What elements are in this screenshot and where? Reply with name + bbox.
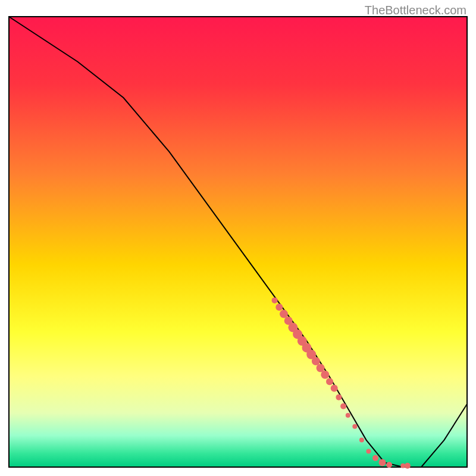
data-marker [372, 455, 378, 461]
data-marker [317, 364, 325, 372]
data-marker [312, 357, 320, 365]
chart-container: TheBottleneck.com [0, 0, 476, 476]
data-marker [352, 424, 357, 429]
data-marker [275, 303, 283, 311]
data-marker [272, 298, 278, 303]
data-marker [326, 378, 333, 385]
data-marker [321, 371, 329, 379]
data-marker [366, 449, 371, 454]
plot-background [9, 17, 467, 467]
data-marker [379, 459, 386, 466]
data-marker [331, 385, 338, 392]
data-marker [336, 394, 342, 400]
chart-svg [0, 0, 476, 476]
data-marker [386, 462, 392, 468]
data-marker [359, 438, 364, 443]
data-marker [280, 310, 288, 318]
watermark-text: TheBottleneck.com [365, 4, 466, 17]
data-marker [346, 413, 350, 418]
data-marker [340, 403, 346, 409]
data-marker [405, 463, 411, 469]
